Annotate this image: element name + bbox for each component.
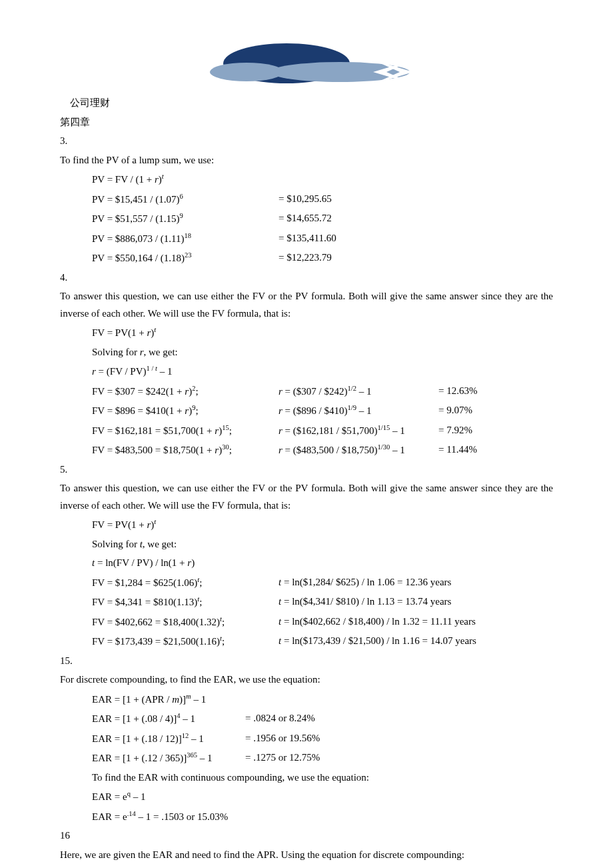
q4-intro: To answer this question, we can use eith…	[60, 288, 553, 322]
q5-formula1: FV = PV(1 + r)t	[92, 516, 553, 534]
text: 1/30	[377, 443, 390, 451]
q3-formula: PV = FV / (1 + r)t	[92, 171, 553, 189]
q15-row-3: EAR = [1 + (.12 / 365)]365 – 1 = .1275 o…	[92, 749, 553, 767]
text: – 1	[131, 791, 146, 802]
text: ;	[199, 577, 202, 588]
text: ;	[229, 425, 232, 436]
q4-solving: Solving for r, we get:	[92, 344, 553, 361]
q5-formula2: t = ln(FV / PV) / ln(1 + r)	[92, 555, 553, 572]
text: = .1956 or 19.56%	[245, 730, 553, 748]
q15-number: 15.	[60, 653, 553, 670]
text: = ($162,181 / $51,700)	[283, 425, 378, 436]
q3-row-2: PV = $51,557 / (1.15)9 = $14,655.72	[92, 210, 553, 228]
q15-row-2: EAR = [1 + (.18 / 12)]12 – 1 = .1956 or …	[92, 730, 553, 748]
q5-row-4: FV = $173,439 = $21,500(1.16)t; t = ln($…	[92, 633, 553, 651]
text: 1/15	[377, 424, 390, 431]
q4-formula2: r = (FV / PV)1 / t – 1	[92, 363, 553, 381]
q15-formula: EAR = [1 + (APR / m)]m – 1	[92, 691, 553, 709]
text: = 12.63%	[438, 383, 553, 401]
header-banner-graphic	[173, 40, 440, 87]
q5-intro: To answer this question, we can use eith…	[60, 480, 553, 514]
text: , we get:	[144, 347, 178, 357]
text: PV = $15,451 / (1.07)	[92, 194, 180, 205]
text: = ln($173,439 / $21,500) / ln 1.16 = 14.…	[281, 635, 476, 646]
text: 18	[184, 232, 191, 239]
q3-row-1: PV = $15,451 / (1.07)6 = $10,295.65	[92, 191, 553, 209]
text: = ln($1,284/ $625) / ln 1.06 = 12.36 yea…	[281, 577, 451, 587]
text: – 1	[189, 733, 204, 744]
text: = ($307 / $242)	[283, 386, 348, 397]
text: FV = $402,662 = $18,400(1.32)	[92, 617, 220, 627]
text: = 7.92%	[438, 422, 553, 440]
q3-row-3: PV = $886,073 / (1.11)18 = $135,411.60	[92, 230, 553, 248]
q5-solving: Solving for t, we get:	[92, 536, 553, 553]
text: FV = $162,181 = $51,700(1 +	[92, 425, 215, 436]
text: 9	[180, 212, 183, 219]
text: – 1	[356, 405, 372, 416]
text: PV = $51,557 / (1.15)	[92, 213, 180, 224]
text: ;	[195, 405, 198, 416]
text: PV = $550,164 / (1.18)	[92, 253, 185, 263]
q5-row-1: FV = $1,284 = $625(1.06)t; t = ln($1,284…	[92, 574, 553, 592]
q5-row-3: FV = $402,662 = $18,400(1.32)t; t = ln($…	[92, 613, 553, 631]
text: FV = $896 = $410(1 +	[92, 405, 185, 416]
q4-number: 4.	[60, 269, 553, 287]
text: – 1	[390, 425, 405, 436]
q3-intro: To find the PV of a lump sum, we use:	[60, 152, 553, 169]
text: , we get:	[143, 539, 177, 549]
text: 1/9	[347, 404, 356, 411]
q15-row-1: EAR = [1 + (.08 / 4)]4 – 1 = .0824 or 8.…	[92, 710, 553, 728]
text: PV = $886,073 / (1.11)	[92, 233, 184, 244]
doc-title: 公司理财	[60, 95, 553, 112]
q4-row-3: FV = $162,181 = $51,700(1 + r)15; r = ($…	[92, 422, 553, 440]
q15-cont-intro: To find the EAR with continuous compound…	[92, 769, 553, 787]
q15-cont-formula2: EAR = e.14 – 1 = .1503 or 15.03%	[92, 808, 553, 826]
text: – 1 = .1503 or 15.03%	[136, 811, 228, 822]
text: EAR = [1 + (APR /	[92, 694, 172, 705]
text: ;	[199, 597, 202, 607]
text: ;	[222, 636, 225, 647]
text: EAR = e	[92, 791, 127, 802]
text: .14	[127, 810, 136, 817]
text: = .1275 or 12.75%	[245, 749, 553, 767]
text: = 9.07%	[438, 402, 553, 420]
text: = ln(FV / PV) / ln(1 +	[95, 557, 187, 568]
q4-row-4: FV = $483,500 = $18,750(1 + r)30; r = ($…	[92, 441, 553, 459]
text: = .0824 or 8.24%	[245, 710, 553, 728]
q16-intro: Here, we are given the EAR and need to f…	[60, 847, 553, 864]
text: FV = $173,439 = $21,500(1.16)	[92, 636, 220, 647]
q5-number: 5.	[60, 461, 553, 479]
text: – 1	[390, 445, 405, 455]
text: FV = PV(1 +	[92, 519, 147, 530]
text: 23	[185, 251, 192, 259]
text: – 1	[356, 386, 372, 397]
text: Solving for	[92, 347, 140, 357]
document-page: 公司理财 第四章 3. To find the PV of a lump sum…	[0, 0, 613, 868]
q16-formula: EAR = [1 + (APR / m)]m – 1	[92, 865, 553, 868]
text: – 1	[197, 753, 213, 763]
text: – 1	[191, 694, 207, 705]
text: = $12,223.79	[279, 249, 553, 267]
q5-row-2: FV = $4,341 = $810(1.13)t; t = ln($4,341…	[92, 593, 553, 611]
q4-formula1: FV = PV(1 + r)t	[92, 324, 553, 342]
text: FV = $1,284 = $625(1.06)	[92, 577, 197, 588]
text: EAR = [1 + (.12 / 365)]	[92, 753, 187, 763]
text: Solving for	[92, 539, 140, 549]
text: = ($896 / $410)	[283, 405, 348, 416]
text: 365	[187, 751, 197, 759]
text: = $135,411.60	[279, 230, 553, 248]
text: FV = $483,500 = $18,750(1 +	[92, 445, 215, 455]
chapter-label: 第四章	[60, 114, 553, 131]
text: 30	[222, 443, 229, 451]
text: PV = FV / (1 +	[92, 174, 155, 185]
text: ;	[195, 386, 198, 397]
text: ;	[229, 445, 232, 455]
text: = 11.44%	[438, 441, 553, 459]
text: )]	[179, 694, 186, 705]
text: = $14,655.72	[279, 210, 553, 228]
text: FV = $4,341 = $810(1.13)	[92, 597, 197, 607]
q4-row-1: FV = $307 = $242(1 + r)2; r = ($307 / $2…	[92, 383, 553, 401]
q15-intro: For discrete compounding, to find the EA…	[60, 671, 553, 689]
text: 12	[182, 732, 189, 739]
text: FV = PV(1 +	[92, 327, 147, 338]
